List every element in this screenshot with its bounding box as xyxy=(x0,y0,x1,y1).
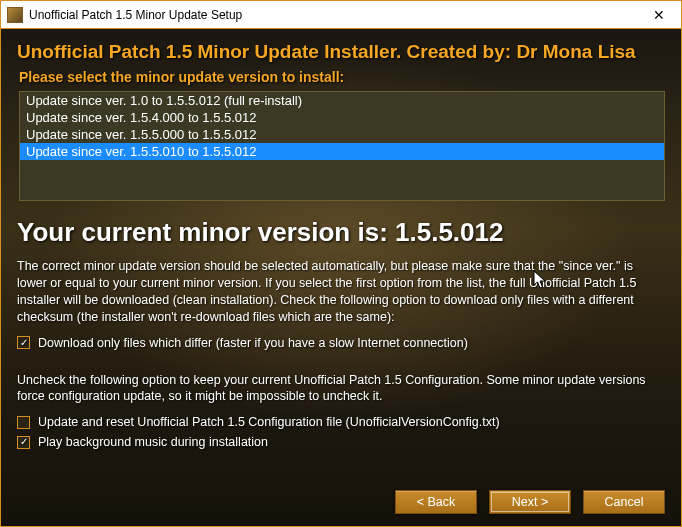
checkbox-reset-config[interactable] xyxy=(17,416,30,429)
checkbox-download-diff-label: Download only files which differ (faster… xyxy=(38,336,468,350)
checkbox-background-music[interactable] xyxy=(17,436,30,449)
close-icon: ✕ xyxy=(653,7,665,23)
installer-window: Unofficial Patch 1.5 Minor Update Setup … xyxy=(0,0,682,527)
titlebar: Unofficial Patch 1.5 Minor Update Setup … xyxy=(1,1,681,29)
spacer xyxy=(17,354,665,372)
version-list-item[interactable]: Update since ver. 1.5.4.000 to 1.5.5.012 xyxy=(20,109,664,126)
explanation-paragraph-1: The correct minor update version should … xyxy=(17,258,665,326)
cancel-button[interactable]: Cancel xyxy=(583,490,665,514)
checkbox-row-background-music[interactable]: Play background music during installatio… xyxy=(17,435,665,449)
version-list-item[interactable]: Update since ver. 1.5.5.010 to 1.5.5.012 xyxy=(20,143,664,160)
next-button[interactable]: Next > xyxy=(489,490,571,514)
version-list-item[interactable]: Update since ver. 1.0 to 1.5.5.012 (full… xyxy=(20,92,664,109)
checkbox-reset-config-label: Update and reset Unofficial Patch 1.5 Co… xyxy=(38,415,500,429)
checkbox-download-diff[interactable] xyxy=(17,336,30,349)
window-title: Unofficial Patch 1.5 Minor Update Setup xyxy=(29,8,637,22)
current-version-line: Your current minor version is: 1.5.5.012 xyxy=(17,217,665,248)
explanation-paragraph-2: Uncheck the following option to keep you… xyxy=(17,372,665,406)
checkbox-row-reset-config[interactable]: Update and reset Unofficial Patch 1.5 Co… xyxy=(17,415,665,429)
checkbox-background-music-label: Play background music during installatio… xyxy=(38,435,268,449)
flex-spacer xyxy=(17,453,665,480)
back-button[interactable]: < Back xyxy=(395,490,477,514)
installer-body: Unofficial Patch 1.5 Minor Update Instal… xyxy=(1,29,681,526)
app-icon xyxy=(7,7,23,23)
footer-buttons: < Back Next > Cancel xyxy=(17,480,665,514)
page-subheading: Please select the minor update version t… xyxy=(19,69,665,85)
close-button[interactable]: ✕ xyxy=(637,1,681,29)
version-list-item[interactable]: Update since ver. 1.5.5.000 to 1.5.5.012 xyxy=(20,126,664,143)
checkbox-row-download-diff[interactable]: Download only files which differ (faster… xyxy=(17,336,665,350)
version-listbox[interactable]: Update since ver. 1.0 to 1.5.5.012 (full… xyxy=(19,91,665,201)
page-heading: Unofficial Patch 1.5 Minor Update Instal… xyxy=(17,41,665,63)
